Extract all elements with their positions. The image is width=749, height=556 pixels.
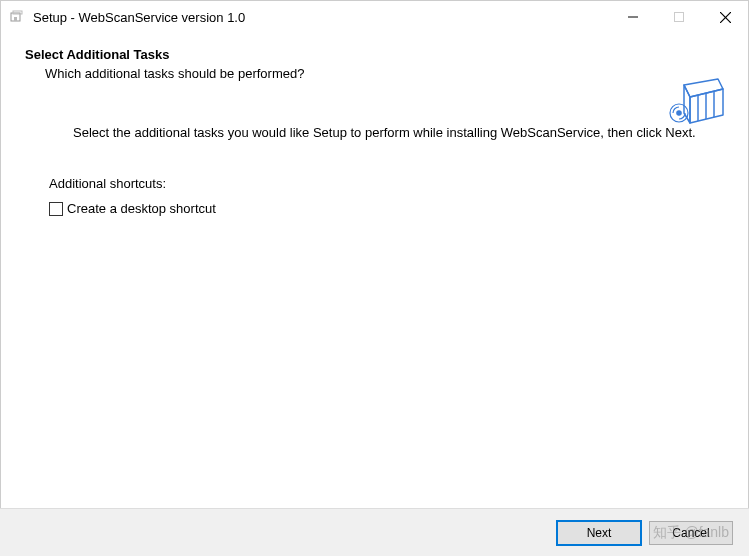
minimize-button[interactable] xyxy=(610,1,656,33)
checkbox-row[interactable]: Create a desktop shortcut xyxy=(49,201,724,216)
page-subtitle: Which additional tasks should be perform… xyxy=(45,66,724,81)
next-button[interactable]: Next xyxy=(557,521,641,545)
instruction-text: Select the additional tasks you would li… xyxy=(49,125,724,140)
wizard-footer: Next Cancel xyxy=(0,508,749,556)
checkbox-label: Create a desktop shortcut xyxy=(67,201,216,216)
close-button[interactable] xyxy=(702,1,748,33)
wizard-header: Select Additional Tasks Which additional… xyxy=(1,33,748,105)
cancel-button[interactable]: Cancel xyxy=(649,521,733,545)
window-title: Setup - WebScanService version 1.0 xyxy=(33,10,610,25)
package-icon xyxy=(668,71,726,132)
installer-icon xyxy=(9,9,25,25)
section-label: Additional shortcuts: xyxy=(49,176,724,191)
page-title: Select Additional Tasks xyxy=(25,47,724,62)
titlebar: Setup - WebScanService version 1.0 xyxy=(1,1,748,33)
svg-rect-4 xyxy=(675,13,684,22)
svg-rect-2 xyxy=(14,17,17,21)
window-controls xyxy=(610,1,748,33)
wizard-content: Select the additional tasks you would li… xyxy=(1,105,748,216)
maximize-button xyxy=(656,1,702,33)
desktop-shortcut-checkbox[interactable] xyxy=(49,202,63,216)
svg-point-14 xyxy=(677,111,681,115)
